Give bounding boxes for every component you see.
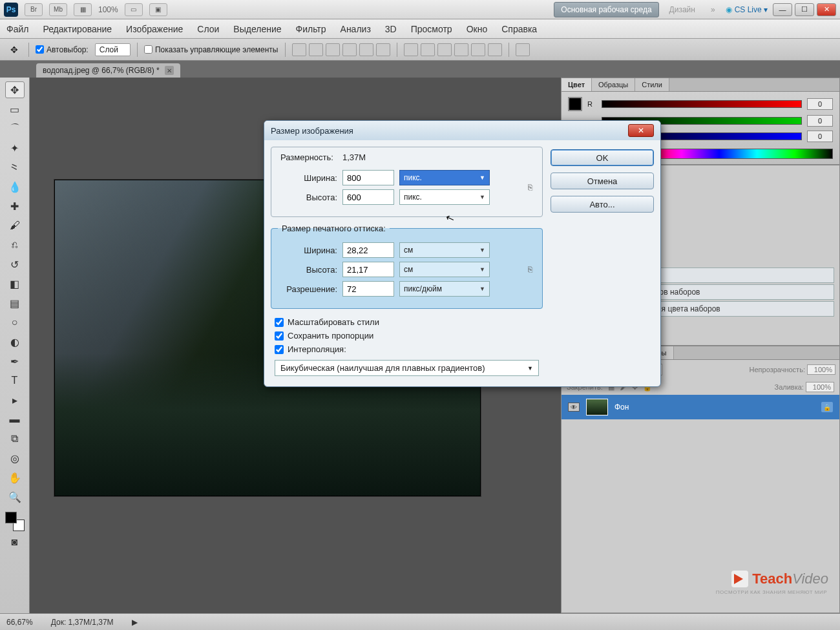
history-brush-tool[interactable]: ↺ (5, 256, 25, 273)
opacity-value[interactable]: 100% (807, 364, 835, 375)
arrange-icon[interactable]: ▭ (125, 3, 143, 16)
bridge-icon[interactable]: Br (25, 3, 43, 16)
move-tool[interactable]: ✥ (5, 81, 25, 98)
zoom-tool[interactable]: 🔍 (5, 488, 25, 505)
r-slider[interactable] (602, 100, 802, 108)
foreground-swatch[interactable] (568, 97, 582, 111)
menu-help[interactable]: Справка (501, 24, 537, 34)
menu-file[interactable]: Файл (6, 24, 28, 34)
type-tool[interactable]: T (5, 372, 25, 389)
resolution-input[interactable] (342, 281, 394, 297)
height-unit-select[interactable]: пикс.▼ (399, 189, 490, 205)
menu-image[interactable]: Изображение (126, 24, 183, 34)
lasso-tool[interactable]: ⌒ (5, 120, 25, 137)
autoselect-target-select[interactable]: Слой (95, 43, 131, 56)
r-value[interactable]: 0 (807, 98, 833, 110)
align-icon[interactable] (292, 43, 306, 56)
visibility-icon[interactable]: 👁 (568, 403, 580, 412)
interpolation-select[interactable]: Бикубическая (наилучшая для плавных град… (275, 360, 539, 376)
menu-analysis[interactable]: Анализ (341, 24, 371, 34)
distribute-icon[interactable] (437, 43, 452, 56)
status-zoom[interactable]: 66,67% (6, 618, 33, 627)
document-tab[interactable]: водопад.jpeg @ 66,7% (RGB/8) * ✕ (36, 63, 180, 78)
dialog-close-button[interactable]: ✕ (628, 124, 654, 137)
print-height-unit-select[interactable]: см▼ (399, 262, 490, 277)
blur-tool[interactable]: ○ (5, 314, 25, 331)
tab-swatches[interactable]: Образцы (592, 78, 635, 91)
menu-select[interactable]: Выделение (233, 24, 281, 34)
cslive-button[interactable]: ◉CS Live ▾ (726, 5, 768, 14)
path-select-tool[interactable]: ▸ (5, 392, 25, 408)
distribute-icon[interactable] (421, 43, 435, 56)
scale-styles-checkbox[interactable]: Масштабировать стили (271, 315, 543, 329)
resolution-unit-select[interactable]: пикс/дюйм▼ (399, 281, 490, 297)
align-icon[interactable] (326, 43, 340, 56)
menu-window[interactable]: Окно (467, 24, 488, 34)
g-value[interactable]: 0 (807, 115, 833, 127)
stamp-tool[interactable]: ⎌ (5, 236, 25, 253)
print-width-input[interactable] (342, 242, 394, 258)
zoom-level[interactable]: 100% (98, 5, 118, 14)
width-input[interactable] (342, 170, 394, 185)
distribute-icon[interactable] (471, 43, 485, 56)
gradient-tool[interactable]: ▤ (5, 295, 25, 311)
brush-tool[interactable]: 🖌 (5, 217, 25, 234)
show-transform-checkbox[interactable]: Показать управляющие элементы (144, 45, 278, 54)
print-constrain-link-icon[interactable]: ⎘ (524, 265, 536, 274)
distribute-icon[interactable] (488, 43, 502, 56)
window-close-button[interactable]: ✕ (817, 3, 836, 16)
ok-button[interactable]: OK (551, 149, 654, 166)
layer-thumbnail[interactable] (586, 399, 608, 415)
hand-tool[interactable]: ✋ (5, 469, 25, 486)
print-width-unit-select[interactable]: см▼ (399, 242, 490, 258)
b-value[interactable]: 0 (807, 131, 833, 142)
workspace-main-button[interactable]: Основная рабочая среда (554, 2, 658, 17)
menu-view[interactable]: Просмотр (411, 24, 452, 34)
auto-align-icon[interactable] (516, 43, 530, 56)
window-maximize-button[interactable]: ☐ (795, 3, 814, 16)
color-swatch[interactable] (5, 512, 25, 531)
eraser-tool[interactable]: ◧ (5, 275, 25, 292)
view-extras-icon[interactable]: ▦ (74, 3, 92, 16)
layer-row[interactable]: 👁 Фон 🔒 (562, 395, 839, 419)
workspace-more-icon[interactable]: » (706, 3, 720, 17)
width-unit-select[interactable]: пикс.▼ (399, 170, 490, 185)
print-height-input[interactable] (342, 262, 394, 277)
fill-value[interactable]: 100% (806, 382, 834, 392)
tab-color[interactable]: Цвет (562, 78, 592, 91)
menu-layers[interactable]: Слои (197, 24, 219, 34)
wand-tool[interactable]: ✦ (5, 140, 25, 156)
workspace-design-button[interactable]: Дизайн (664, 3, 700, 17)
height-input[interactable] (342, 189, 394, 205)
cancel-button[interactable]: Отмена (551, 173, 654, 189)
crop-tool[interactable]: ⺀ (5, 159, 25, 176)
tab-styles[interactable]: Стили (635, 78, 669, 91)
distribute-icon[interactable] (404, 43, 418, 56)
menu-3d[interactable]: 3D (385, 24, 397, 34)
eyedropper-tool[interactable]: 💧 (5, 178, 25, 195)
distribute-icon[interactable] (454, 43, 468, 56)
align-icon[interactable] (359, 43, 373, 56)
constrain-proportions-checkbox[interactable]: Сохранить пропорции (271, 329, 543, 342)
status-arrow-icon[interactable]: ▶ (132, 618, 138, 627)
align-icon[interactable] (342, 43, 357, 56)
close-tab-icon[interactable]: ✕ (165, 66, 174, 75)
3d-tool[interactable]: ⧉ (5, 430, 25, 447)
pen-tool[interactable]: ✒ (5, 353, 25, 370)
marquee-tool[interactable]: ▭ (5, 101, 25, 118)
menu-edit[interactable]: Редактирование (43, 24, 112, 34)
shape-tool[interactable]: ▬ (5, 411, 25, 428)
healing-tool[interactable]: ✚ (5, 198, 25, 215)
constrain-link-icon[interactable]: ⎘ (524, 183, 536, 192)
autoselect-checkbox[interactable]: Автовыбор: (36, 45, 89, 54)
minibridge-icon[interactable]: Mb (49, 3, 67, 16)
screen-mode-icon[interactable]: ▣ (149, 3, 167, 16)
menu-filter[interactable]: Фильтр (296, 24, 326, 34)
dodge-tool[interactable]: ◐ (5, 333, 25, 350)
align-icon[interactable] (376, 43, 390, 56)
move-tool-icon[interactable]: ✥ (6, 43, 22, 57)
3d-camera-tool[interactable]: ◎ (5, 450, 25, 467)
auto-button[interactable]: Авто... (551, 196, 654, 213)
quickmask-icon[interactable]: ◙ (5, 534, 25, 551)
align-icon[interactable] (309, 43, 323, 56)
